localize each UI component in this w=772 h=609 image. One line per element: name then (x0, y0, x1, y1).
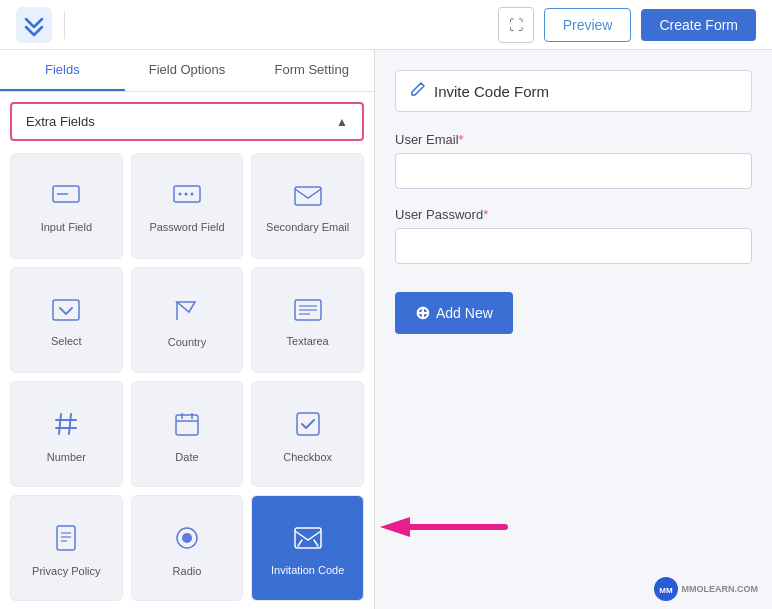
select-icon (52, 299, 80, 327)
user-email-input[interactable] (395, 153, 752, 189)
svg-line-31 (314, 540, 318, 546)
preview-label: Preview (563, 17, 613, 33)
field-item-date[interactable]: Date (131, 381, 244, 487)
password-field-icon (173, 185, 201, 213)
expand-icon: ⛶ (509, 17, 523, 33)
field-label: Radio (173, 565, 202, 577)
field-label: Country (168, 336, 207, 348)
field-label: Secondary Email (266, 221, 349, 233)
tab-fields[interactable]: Fields (0, 50, 125, 91)
edit-icon (410, 81, 426, 101)
user-email-required: * (459, 132, 464, 147)
add-new-label: Add New (436, 305, 493, 321)
watermark-logo: MM (654, 577, 678, 601)
field-label: Password Field (149, 221, 224, 233)
field-label: Checkbox (283, 451, 332, 463)
extra-fields-section-header[interactable]: Extra Fields ▲ (10, 102, 364, 141)
field-item-checkbox[interactable]: Checkbox (251, 381, 364, 487)
user-email-field: User Email* (395, 132, 752, 189)
field-label: Select (51, 335, 82, 347)
user-email-label: User Email* (395, 132, 752, 147)
svg-rect-8 (53, 300, 79, 320)
svg-point-5 (184, 193, 187, 196)
tab-form-setting[interactable]: Form Setting (249, 50, 374, 91)
field-label: Textarea (287, 335, 329, 347)
fields-grid: Input Field Password Field (0, 145, 374, 609)
section-arrow-icon: ▲ (336, 115, 348, 129)
textarea-icon (294, 299, 322, 327)
field-label: Input Field (41, 221, 92, 233)
number-icon (53, 411, 79, 443)
privacy-policy-icon (53, 525, 79, 557)
add-new-button[interactable]: ⊕ Add New (395, 292, 513, 334)
user-password-field: User Password* (395, 207, 752, 264)
header: ⛶ Preview Create Form (0, 0, 772, 50)
user-password-required: * (483, 207, 488, 222)
form-title-input[interactable] (434, 83, 737, 100)
create-form-button[interactable]: Create Form (641, 9, 756, 41)
country-icon (173, 298, 201, 328)
pink-arrow-indicator (365, 513, 515, 541)
create-form-label: Create Form (659, 17, 738, 33)
svg-rect-23 (57, 526, 75, 550)
main-layout: Fields Field Options Form Setting Extra … (0, 50, 772, 609)
field-item-textarea[interactable]: Textarea (251, 267, 364, 373)
svg-rect-0 (16, 7, 52, 43)
user-password-label: User Password* (395, 207, 752, 222)
form-title-container (395, 70, 752, 112)
svg-point-6 (190, 193, 193, 196)
field-item-input-field[interactable]: Input Field (10, 153, 123, 259)
tab-field-options[interactable]: Field Options (125, 50, 250, 91)
invitation-code-icon (294, 526, 322, 556)
right-panel: User Email* User Password* ⊕ Add New MM (375, 50, 772, 609)
watermark: MM MMOLEARN.COM (654, 577, 759, 601)
input-field-icon (52, 185, 80, 213)
header-left (16, 7, 65, 43)
svg-point-28 (182, 533, 192, 543)
checkbox-icon (295, 411, 321, 443)
svg-rect-7 (295, 187, 321, 205)
field-item-radio[interactable]: Radio (131, 495, 244, 601)
svg-rect-22 (297, 413, 319, 435)
watermark-text: MMOLEARN.COM (682, 584, 759, 594)
field-item-invitation-code[interactable]: Invitation Code (251, 495, 364, 601)
field-label: Privacy Policy (32, 565, 100, 577)
svg-text:MM: MM (659, 586, 673, 595)
field-item-number[interactable]: Number (10, 381, 123, 487)
field-item-privacy-policy[interactable]: Privacy Policy (10, 495, 123, 601)
tabs-bar: Fields Field Options Form Setting (0, 50, 374, 92)
header-right: ⛶ Preview Create Form (498, 7, 756, 43)
preview-button[interactable]: Preview (544, 8, 632, 42)
radio-icon (174, 525, 200, 557)
header-divider (64, 11, 65, 39)
secondary-email-icon (294, 185, 322, 213)
field-label: Date (175, 451, 198, 463)
svg-point-4 (178, 193, 181, 196)
svg-marker-32 (380, 517, 410, 537)
svg-line-30 (298, 540, 302, 546)
left-panel: Fields Field Options Form Setting Extra … (0, 50, 375, 609)
field-label: Number (47, 451, 86, 463)
expand-button[interactable]: ⛶ (498, 7, 534, 43)
date-icon (174, 411, 200, 443)
plus-icon: ⊕ (415, 302, 430, 324)
field-item-secondary-email[interactable]: Secondary Email (251, 153, 364, 259)
app-logo (16, 7, 52, 43)
user-password-input[interactable] (395, 228, 752, 264)
svg-rect-18 (176, 415, 198, 435)
field-label: Invitation Code (271, 564, 344, 576)
extra-fields-label: Extra Fields (26, 114, 95, 129)
svg-line-14 (59, 414, 61, 434)
field-item-password-field[interactable]: Password Field (131, 153, 244, 259)
field-item-select[interactable]: Select (10, 267, 123, 373)
svg-line-15 (69, 414, 71, 434)
field-item-country[interactable]: Country (131, 267, 244, 373)
